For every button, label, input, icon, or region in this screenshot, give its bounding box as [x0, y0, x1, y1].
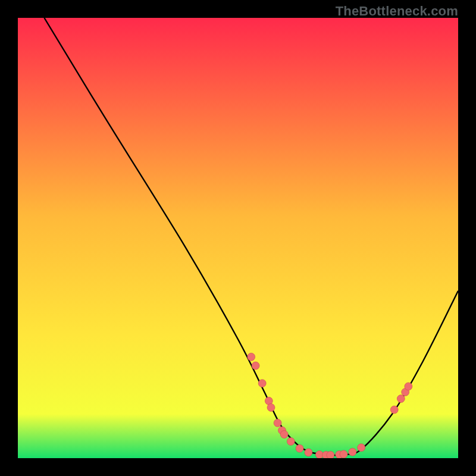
scatter-point [349, 448, 356, 456]
scatter-point [340, 450, 347, 458]
scatter-point [274, 419, 281, 427]
scatter-point [397, 395, 405, 403]
watermark-text: TheBottleneck.com [336, 4, 458, 19]
scatter-point [287, 437, 295, 445]
scatter-point [305, 449, 312, 456]
scatter-point [390, 406, 398, 414]
scatter-point [358, 444, 365, 452]
plot-area [18, 18, 458, 458]
scatter-point [248, 353, 255, 361]
scatter-point [327, 451, 334, 458]
scatter-point [267, 403, 275, 411]
chart-svg [18, 18, 458, 458]
scatter-point [405, 383, 412, 390]
scatter-point [280, 431, 288, 439]
chart-frame: TheBottleneck.com [0, 0, 476, 476]
scatter-point [296, 444, 303, 452]
scatter-point [258, 380, 266, 387]
scatter-point [252, 362, 259, 369]
